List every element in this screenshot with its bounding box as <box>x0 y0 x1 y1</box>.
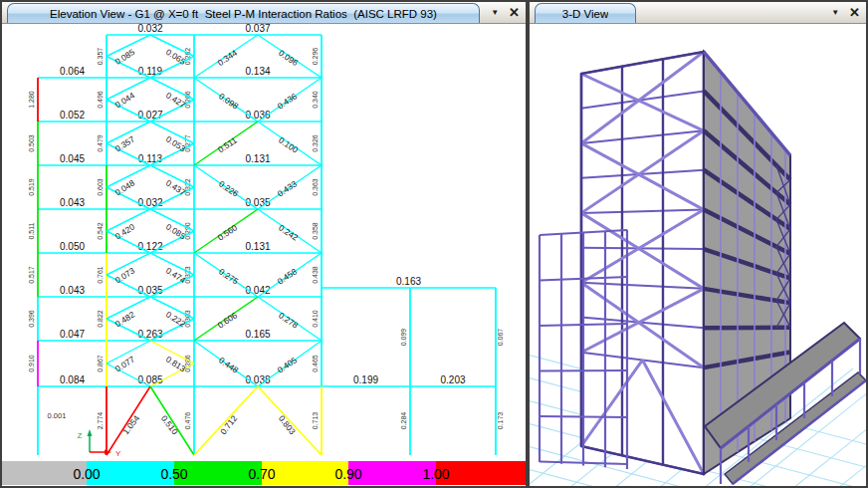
brace-ratio-label: 0.100 <box>277 134 300 154</box>
brace-ratio-label: 0.357 <box>113 133 137 153</box>
elevation-canvas[interactable]: 0.0320.0370.0640.1190.1340.0520.0270.036… <box>2 24 526 486</box>
column-ratio-label: 0.479 <box>97 134 104 152</box>
beam-ratio-label: 0.163 <box>396 276 421 287</box>
window-controls: ▼ ✕ <box>491 2 520 23</box>
podium-beam-3d[interactable] <box>540 462 627 465</box>
beam-ratio-label: 0.131 <box>245 153 270 164</box>
podium-beam-3d[interactable] <box>540 416 627 417</box>
beam-ratio-label: 0.032 <box>137 24 162 34</box>
beam-ratio-label: 0.113 <box>138 153 163 164</box>
column-ratio-label: 0.465 <box>312 355 319 372</box>
column-ratio-label: 2.774 <box>97 412 104 430</box>
column-ratio-label: 0.001 <box>48 411 67 420</box>
column-ratio-label: 0.410 <box>312 310 319 328</box>
legend-label: 0.90 <box>334 466 361 482</box>
column-ratio-label: 0.363 <box>312 178 319 196</box>
z-axis-label: Z <box>78 431 83 440</box>
brace-ratio-label: 0.712 <box>218 413 239 436</box>
brace-ratio-label: 0.405 <box>276 355 299 374</box>
beam-ratio-label: 0.032 <box>137 197 162 208</box>
column-ratio-label: 0.761 <box>97 266 104 284</box>
column-ratio-label: 0.438 <box>312 266 319 284</box>
column-ratio-label: 0.326 <box>312 134 319 152</box>
three-d-canvas[interactable] <box>530 24 866 486</box>
column-ratio-label: 0.496 <box>97 91 104 109</box>
z-axis-arrow-icon <box>88 429 93 436</box>
window-menu-icon[interactable]: ▼ <box>491 9 499 17</box>
brace-ratio-label: 0.275 <box>217 266 240 286</box>
column-ratio-label: 0.822 <box>97 310 104 328</box>
brace-ratio-label: 0.098 <box>217 91 240 111</box>
brace-ratio-label: 0.433 <box>276 178 299 198</box>
tower-left-face <box>581 52 704 474</box>
floor-slab-3d[interactable] <box>704 328 790 329</box>
beam-ratio-label: 0.085 <box>137 374 162 385</box>
brace-ratio-label: 0.077 <box>113 354 137 373</box>
podium-beam-3d[interactable] <box>540 370 627 371</box>
brace-ratio-label: 0.511 <box>216 134 239 154</box>
legend-label: 0.50 <box>160 466 187 482</box>
brace-ratio-label: 0.085 <box>113 47 137 67</box>
three-d-titlebar: 3-D View ▼ ✕ <box>530 2 866 24</box>
brace-ratio-label: 0.420 <box>113 221 137 241</box>
brace-ratio-label: 1.054 <box>120 413 141 436</box>
beam-ratio-label: 0.165 <box>245 329 270 340</box>
three-d-view-tab[interactable]: 3-D View <box>535 3 636 23</box>
column-ratio-label: 0.867 <box>97 355 104 372</box>
brace-ratio-label: 0.436 <box>276 91 299 111</box>
elevation-view-title: Elevation View - G1 @ X=0 ft Steel P-M I… <box>50 8 437 20</box>
beam-ratio-label: 0.263 <box>137 329 162 340</box>
beam-ratio-label: 0.122 <box>137 241 162 252</box>
elevation-window: Elevation View - G1 @ X=0 ft Steel P-M I… <box>0 0 528 488</box>
beam-ratio-label: 0.045 <box>60 153 85 164</box>
brace-ratio-label: 0.482 <box>113 309 137 329</box>
column-ratio-label: 0.910 <box>28 355 35 372</box>
beam-ratio-label: 0.050 <box>60 241 85 252</box>
beam-ratio-label: 0.047 <box>60 329 85 340</box>
close-icon[interactable]: ✕ <box>509 6 520 19</box>
beam-ratio-label: 0.131 <box>245 241 270 252</box>
beam-ratio-label: 0.035 <box>137 285 162 296</box>
elevation-view-tab[interactable]: Elevation View - G1 @ X=0 ft Steel P-M I… <box>7 3 480 23</box>
y-axis-label: Y <box>115 449 121 458</box>
column-ratio-label: 0.603 <box>97 178 104 196</box>
beam-ratio-label: 0.052 <box>60 110 85 121</box>
beam-ratio-label: 0.037 <box>245 24 270 34</box>
elevation-titlebar: Elevation View - G1 @ X=0 ft Steel P-M I… <box>2 2 526 24</box>
column-ratio-label: 0.358 <box>312 222 319 240</box>
column-ratio-label: 0.357 <box>97 48 104 66</box>
brace-ratio-label: 0.560 <box>216 222 239 242</box>
three-d-model <box>530 52 866 486</box>
brace-ratio-label: 0.278 <box>277 310 300 330</box>
beam-ratio-label: 0.084 <box>60 374 85 385</box>
legend-label: 0.70 <box>248 466 275 482</box>
beam-ratio-label: 0.043 <box>60 197 85 208</box>
column-ratio-label: 0.517 <box>28 266 35 284</box>
column-ratio-label: 0.099 <box>400 329 407 347</box>
column-ratio-label: 0.396 <box>28 310 35 328</box>
beam-ratio-label: 0.203 <box>440 374 465 385</box>
brace-ratio-label: 0.606 <box>216 310 239 330</box>
beam-ratio-label: 0.043 <box>60 285 85 296</box>
beam-ratio-label: 0.134 <box>245 66 270 77</box>
column-ratio-label: 0.173 <box>497 412 504 430</box>
column-ratio-label: 0.542 <box>97 222 104 240</box>
column-ratio-label: 0.511 <box>28 222 35 239</box>
ratio-color-legend: 0.000.500.700.901.00 <box>2 461 526 485</box>
column-ratio-label: 0.284 <box>400 412 407 430</box>
beam-ratio-label: 0.027 <box>137 110 162 121</box>
window-controls: ▼ ✕ <box>831 2 860 23</box>
window-menu-icon[interactable]: ▼ <box>831 9 839 17</box>
column-ratio-label: 0.713 <box>312 412 319 430</box>
column-ratio-label: 0.296 <box>312 48 319 66</box>
brace-ratio-label: 0.242 <box>277 222 300 242</box>
legend-label: 1.00 <box>422 466 449 482</box>
legend-label: 0.00 <box>73 466 100 482</box>
three-d-window: 3-D View ▼ ✕ <box>528 0 868 488</box>
close-icon[interactable]: ✕ <box>849 6 860 19</box>
brace-ratio-label: 0.048 <box>113 177 137 197</box>
brace-ratio-label: 0.458 <box>276 266 299 286</box>
brace-ratio-label: 0.226 <box>217 178 240 198</box>
brace-ratio-label: 0.510 <box>159 413 180 436</box>
beam-ratio-label: 0.119 <box>138 66 163 77</box>
